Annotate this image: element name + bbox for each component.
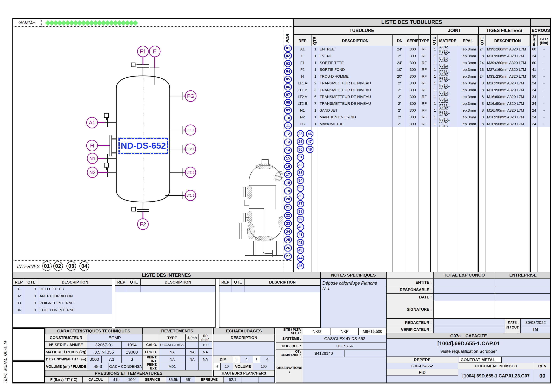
pdr-badge-number: 03 — [284, 60, 292, 67]
pdr-badge-number: 47 — [306, 138, 314, 145]
site-value-2: NKP — [331, 328, 358, 335]
pdr-strip-left-border — [283, 27, 283, 271]
tubulure-cell: RF — [419, 100, 430, 107]
empty-cell — [318, 127, 393, 272]
gamme-progress-diamonds: ◆◆◆◆◆◆◆◆◆◆◆◆◆◆◆◆◆◆◆◆◆◆◆ — [45, 18, 278, 27]
approval-responsable-entreprise — [495, 286, 551, 293]
internes-qte: 1 — [25, 286, 38, 293]
site-value-3: M6+16.500 — [358, 328, 387, 335]
tubulure-cell: - — [538, 53, 551, 59]
pdr-badge: 45 — [297, 262, 304, 269]
tubulures-title: LISTE DES TUBULURES — [294, 18, 530, 27]
approval-entite-entreprise — [495, 279, 551, 286]
calcul-label: CALCUL — [82, 377, 109, 383]
pdr-badge-number: 24 — [284, 228, 292, 235]
pdr-badge-number: 02 — [284, 52, 292, 59]
approval-signature-total — [433, 301, 495, 318]
tubulure-cell: - — [538, 59, 551, 66]
tubulure-cell: M16x90mm A320 L7M — [485, 100, 530, 107]
site-label: SITE / PLTF/ SECT : — [276, 328, 303, 335]
empty-cell — [407, 127, 419, 272]
internes-h-qte: QTE — [232, 279, 245, 286]
pdr-badge: 30 — [297, 146, 304, 153]
peint-ext-type: M01 — [159, 363, 185, 370]
tubulure-cell: RF — [419, 93, 430, 100]
pdr-badge: 32 — [297, 161, 304, 168]
tubulure-cell: 2" — [393, 107, 407, 114]
tubulure-cell: M39x260mm A320 L7M — [485, 59, 530, 66]
notes-body: Dépose calorrifuge Planche N°1 — [321, 279, 387, 328]
rev-h-type: TYPE — [159, 334, 185, 341]
col-header-type: TYPE — [419, 35, 430, 48]
approval-date-label: DATE : — [387, 293, 433, 301]
pdr-badge: 39 — [297, 216, 304, 223]
pdr-badge: 20 — [284, 196, 292, 203]
pid-label: PID — [387, 369, 458, 375]
tubulure-cell: 24 — [479, 73, 485, 80]
pdr-badge-number: 09 — [284, 107, 292, 114]
internes-h-qte: QTE — [127, 279, 141, 286]
pdr-badge: 09 — [284, 107, 292, 114]
pdr-badge: 34 — [297, 177, 304, 184]
peint-int-type: NA — [159, 356, 185, 363]
caracteristiques-title: CARACTERISTIQUES TECHNIQUES — [45, 328, 142, 334]
internes-group-3: REP QTE DESCRIPTION — [219, 279, 321, 328]
redacteur-label: REDACTEUR : — [387, 319, 433, 326]
tubulure-cell: 2" — [393, 93, 407, 100]
tubulure-cell: - — [538, 73, 551, 80]
calo-s — [185, 341, 199, 349]
tubulure-cell: MANOMETRE — [318, 121, 393, 127]
tubulure-cell: 8 — [479, 107, 485, 114]
pressions-title: PRESSIONS ET TEMPERATURES — [45, 370, 212, 377]
tubulure-cell: M39x260mm A320 L7M — [485, 46, 530, 53]
tubulure-cell: - — [538, 100, 551, 107]
tubulure-cell: 2" — [393, 53, 407, 59]
approval-responsable-label: RESPONSABLE : — [387, 286, 433, 293]
empty-cell — [115, 286, 127, 292]
notes-text: Dépose calorrifuge Planche N°1 — [321, 279, 386, 293]
peint-ext-label: PEINT. EXT. — [142, 363, 159, 370]
tubulure-cell: 3 — [312, 86, 318, 93]
systeme-label: SYSTÈME : — [276, 335, 303, 342]
pdr-badge: 33 — [297, 169, 304, 176]
group-header-tubulure: TUBULURE — [294, 27, 430, 35]
approval-date-total — [433, 293, 495, 301]
systeme-value: GAS/GLEX /D-DS-652 — [303, 335, 387, 342]
pdr-badge-number: 48 — [306, 146, 314, 153]
tubulure-cell: ep.3mm — [458, 66, 478, 73]
tubulure-cell: M16x90mm A320 L7M — [485, 53, 530, 59]
tubulure-cell: ep.3mm — [458, 107, 478, 114]
tubulure-cell: 2" — [393, 121, 407, 127]
tubulure-cell: TRANSMETTEUR DE NIVEAU — [318, 80, 393, 86]
tubulure-cell: PG — [294, 121, 312, 127]
col-header-qte-joint-text: QTE — [432, 37, 436, 45]
pdr-badge-number: 29 — [297, 138, 304, 145]
pdr-badge: 29 — [297, 138, 304, 145]
pdr-badge: 31 — [297, 154, 304, 161]
tubulure-cell: F2 — [294, 66, 312, 73]
pdr-badge-number: 40 — [297, 224, 304, 231]
empty-cell — [127, 286, 141, 292]
constructeur-value: ECMP — [87, 334, 142, 341]
tubulure-cell: 8 — [479, 53, 485, 59]
pdr-badge: 08 — [284, 99, 292, 106]
hauteurs-planchers-label: HAUTEURS PLANCHERS — [213, 370, 275, 377]
datasheet-page: TEPC_METAL_G07a_M GAMME ◆◆◆◆◆◆◆◆◆◆◆◆◆◆◆◆… — [0, 0, 555, 392]
rev-h-s: S (m²) — [185, 334, 199, 341]
cap-desc: Visite requalification Scrubber — [387, 348, 551, 355]
tubulure-cell: MAINTIEN EN FROID — [318, 114, 393, 121]
tubulure-cell: 2 — [312, 80, 318, 86]
p-t-label: P (Bars) / T° (°C) — [45, 377, 82, 383]
tubulure-cell: - — [538, 46, 551, 53]
tubulure-cell: RF — [419, 80, 430, 86]
tubulure-cell: 300 — [407, 66, 419, 73]
group-separator — [530, 18, 531, 272]
pdr-badge-number: 36 — [297, 192, 304, 200]
tubulure-cell: 16 — [479, 66, 485, 73]
calo-ep: 150 — [199, 341, 212, 349]
pdr-badge-number: 15 — [284, 155, 292, 162]
pdr-badge-number: 17 — [284, 171, 292, 178]
tubulure-cell: 1 — [312, 59, 318, 66]
tubulure-cell: 1 — [312, 66, 318, 73]
tubulures-data-rows: A11ENTREE24"300RF1A182 F316Lep.3mm24M39x… — [294, 46, 551, 127]
